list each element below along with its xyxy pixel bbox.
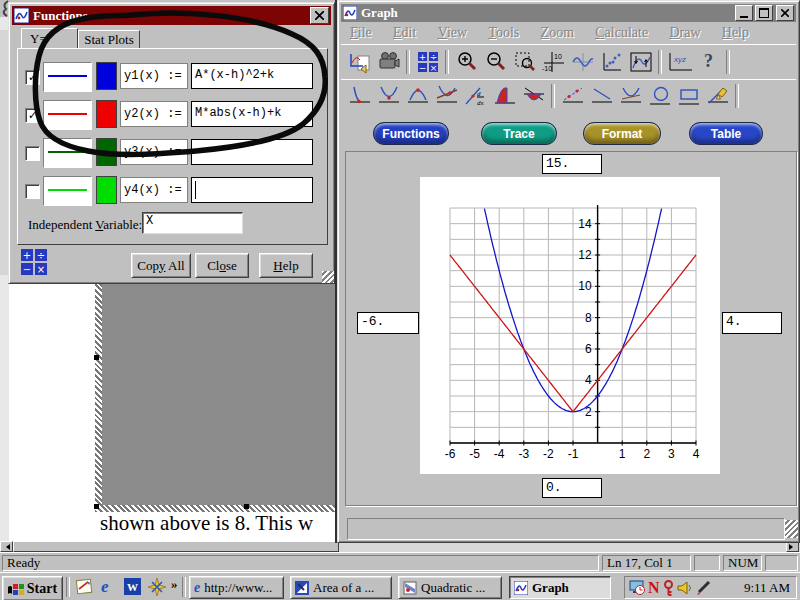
y3-formula-field[interactable] [191,139,313,165]
menu-edit[interactable]: Edit [384,23,425,43]
scatter-plot-icon[interactable] [597,48,626,75]
maximize-button[interactable] [755,5,773,21]
trace-button[interactable]: Trace [481,122,557,145]
area-plot-icon[interactable] [626,48,655,75]
curve-fit-icon[interactable] [616,82,645,109]
tray-clock[interactable]: 9:11 AM [744,580,790,596]
range-ymax-field[interactable]: 15. [542,154,602,174]
y2-formula-field[interactable]: M*abs(x-h)+k [191,101,313,127]
task-button-graph[interactable]: Graph [509,576,611,599]
close-icon[interactable] [310,7,329,24]
integral-icon[interactable] [490,82,519,109]
y2-color-swatch[interactable] [96,100,117,128]
line-through-points-icon[interactable] [558,82,587,109]
table-button[interactable]: Table [689,122,763,145]
y1-formula-field[interactable]: A*(x-h)^2+k [191,63,313,89]
minimize-button[interactable] [735,5,753,21]
selected-image-placeholder[interactable] [102,283,345,505]
find-intersection-icon[interactable] [432,82,461,109]
selection-handle[interactable] [94,355,99,360]
xyz-axes-icon[interactable]: xyz [665,48,694,75]
y4-line-style-sample[interactable] [43,176,92,206]
line-segment-icon[interactable] [587,82,616,109]
plot-area[interactable]: 2468101214-6-5-4-3-2-11234 [420,177,720,474]
derivative-icon[interactable]: ddx [461,82,490,109]
word-icon[interactable]: W [124,578,141,599]
close-button[interactable] [776,5,794,21]
format-button[interactable]: Format [583,122,661,145]
range-xmax-field[interactable]: 4. [722,312,782,334]
taskbar-divider[interactable] [182,577,186,597]
scrollbar-thumb[interactable] [13,541,339,552]
range-xmin-field[interactable]: -6. [357,312,419,334]
start-button[interactable]: Start [2,576,63,600]
help-button[interactable]: Help [259,253,313,278]
y3-color-swatch[interactable] [96,138,117,166]
menu-help[interactable]: Help [713,23,758,43]
draw-freehand-icon[interactable] [703,82,732,109]
graph-statusbar [347,518,785,540]
pen-tool-icon[interactable] [695,580,711,596]
volume-icon[interactable] [677,580,693,596]
resize-grip[interactable] [785,520,798,538]
find-maximum-icon[interactable] [403,82,432,109]
copy-all-button[interactable]: Copy All [131,253,191,278]
scheduler-icon[interactable] [629,580,646,596]
document-icon [403,581,417,595]
tab-stat-plots[interactable]: Stat Plots [78,30,140,49]
menu-calculate[interactable]: Calculate [586,23,657,43]
quick-launch-overflow-chevron[interactable]: » [171,576,178,592]
menu-view[interactable]: View [429,23,477,43]
menu-draw[interactable]: Draw [660,23,709,43]
find-minimum-icon[interactable] [374,82,403,109]
y2-line-style-sample[interactable] [43,100,92,130]
camera-icon[interactable] [374,48,403,75]
y3-line-style-sample[interactable] [43,138,92,168]
new-graph-icon[interactable] [345,48,374,75]
find-root-icon[interactable] [345,82,374,109]
dialog-resize-grip[interactable] [322,271,334,283]
zoom-window-icon[interactable] [510,48,539,75]
y3-enabled-checkbox[interactable] [25,146,40,161]
notes-icon[interactable] [76,578,94,600]
tab-y-equals[interactable]: Y= [21,28,78,49]
graph-titlebar[interactable]: Graph [341,4,796,22]
key-icon[interactable] [662,580,675,596]
menu-file[interactable]: File [341,23,381,43]
y4-color-swatch[interactable] [96,176,117,204]
task-button-browser[interactable]: e http://www... [189,576,284,599]
menu-tools[interactable]: Tools [479,23,528,43]
y4-enabled-checkbox[interactable] [25,184,40,199]
sparkle-icon[interactable] [148,578,166,600]
independent-variable-field[interactable]: X [142,212,243,234]
y2-enabled-checkbox[interactable]: ✓ [25,108,40,123]
area-between-curves-icon[interactable] [519,82,548,109]
functions-titlebar[interactable]: Functions [12,6,331,25]
axis-range-icon[interactable]: 10-10 [539,48,568,75]
plot-function-icon[interactable] [568,48,597,75]
draw-circle-icon[interactable] [645,82,674,109]
menu-zoom[interactable]: Zoom [532,23,583,43]
y1-enabled-checkbox[interactable]: ✓ [25,70,40,85]
range-ymin-field[interactable]: 0. [542,478,602,498]
selection-handle[interactable] [94,504,99,509]
zoom-in-icon[interactable] [452,48,481,75]
close-button[interactable]: Close [195,253,249,278]
selection-handle[interactable] [244,504,249,509]
norton-icon[interactable]: N [648,579,660,597]
draw-rectangle-icon[interactable] [674,82,703,109]
y1-line-style-sample[interactable] [43,62,92,92]
ie-icon[interactable]: e [101,577,109,597]
functions-button[interactable]: Functions [373,122,449,145]
scroll-left-button[interactable] [0,541,13,552]
math-operations-icon[interactable]: +÷−× [413,48,442,75]
y1-color-swatch[interactable] [96,62,117,90]
help-icon[interactable]: ? [694,48,723,75]
task-button-area-of-a[interactable]: Area of a ... [290,576,392,599]
selection-border-left[interactable] [95,283,102,512]
zoom-out-icon[interactable] [481,48,510,75]
y4-formula-field[interactable] [191,177,313,203]
taskbar-divider[interactable] [66,577,70,597]
graph-client-panel: 2468101214-6-5-4-3-2-11234 15. -6. 4. 0. [345,151,797,506]
task-button-quadratic[interactable]: Quadratic ... [398,576,502,599]
